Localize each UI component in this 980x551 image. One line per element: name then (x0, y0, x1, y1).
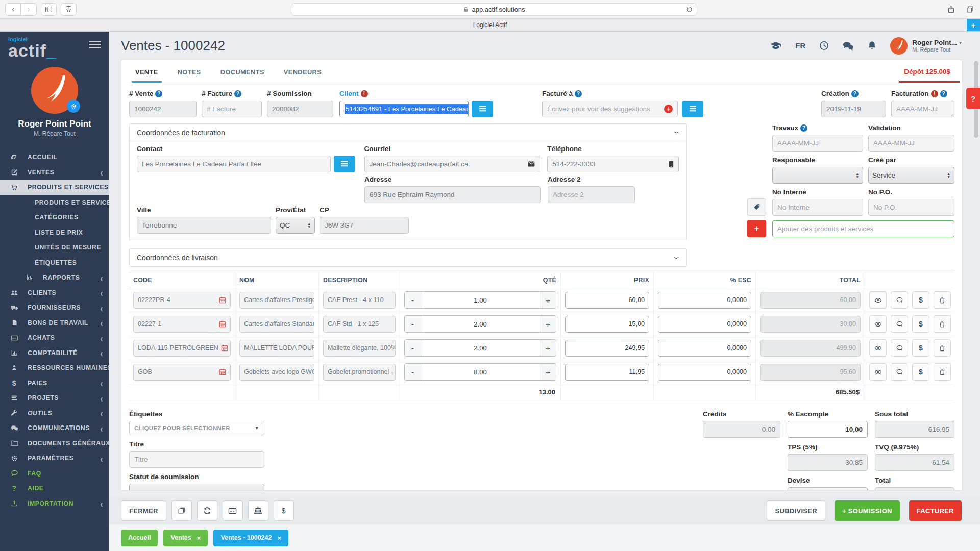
footer-tab-vente-1000242[interactable]: Ventes - 1000242× (213, 530, 288, 546)
sidebar-item-accueil[interactable]: ACCUEIL (0, 149, 109, 165)
ville-input[interactable]: Terrebonne (137, 217, 271, 234)
sidebar-toggle-button[interactable] (41, 3, 57, 16)
add-product-button[interactable]: + (747, 220, 766, 237)
code-input[interactable]: 02227PR-4 (133, 292, 231, 309)
hamburger-menu-icon[interactable] (89, 41, 101, 48)
deposit-badge[interactable]: Dépôt 125.00$ (899, 68, 960, 83)
footer-tab-ventes[interactable]: Ventes× (163, 530, 208, 546)
discount-input[interactable]: 0,0000 (658, 340, 751, 357)
sidebar-item-etiquettes[interactable]: ÉTIQUETTES (0, 255, 109, 270)
price-button[interactable]: $ (912, 339, 929, 357)
comment-button[interactable] (891, 315, 908, 333)
duplicate-button[interactable] (172, 500, 192, 521)
delete-button[interactable] (934, 363, 951, 381)
calendar-icon[interactable] (216, 296, 226, 304)
sidebar-item-projets[interactable]: PROJETS ‹ (0, 390, 109, 406)
sidebar-item-produits-et-services-sub[interactable]: PRODUITS ET SERVICES (0, 195, 109, 210)
delete-button[interactable] (934, 315, 951, 333)
courriel-input[interactable]: Jean-Charles@cadeauparfait.ca (364, 156, 541, 172)
calendar-icon[interactable] (216, 368, 226, 375)
price-input[interactable]: 15,00 (565, 316, 649, 333)
qty-minus-button[interactable]: - (405, 292, 421, 308)
contact-list-button[interactable] (334, 156, 355, 172)
comment-button[interactable] (891, 291, 908, 309)
discount-input[interactable]: 0,0000 (658, 364, 751, 381)
view-button[interactable] (869, 339, 887, 357)
comment-button[interactable] (891, 363, 908, 381)
language-toggle[interactable]: FR (795, 41, 805, 50)
add-product-input[interactable]: Ajouter des produits et services (772, 220, 954, 237)
description-input[interactable]: Gobelet promotionnel - Logo G (323, 364, 396, 381)
clock-icon[interactable] (819, 41, 829, 51)
qty-plus-button[interactable]: + (540, 364, 556, 380)
share-icon[interactable] (947, 6, 955, 13)
tabs-overview-icon[interactable] (966, 6, 974, 13)
sidebar-item-clients[interactable]: CLIENTS ‹ (0, 285, 109, 300)
fermer-button[interactable]: FERMER (121, 500, 166, 521)
statut-select[interactable]: ▲▼ (129, 484, 264, 491)
help-icon[interactable]: ? (800, 124, 807, 132)
titre-input[interactable]: Titre (129, 451, 264, 468)
sidebar-item-comptabilite[interactable]: COMPTABILITÉ ‹ (0, 345, 109, 361)
nom-input[interactable]: MALLETTE LODA POUR ORDIN (239, 340, 314, 357)
reload-icon[interactable] (686, 6, 693, 13)
facture-input[interactable]: # Facture (202, 101, 262, 117)
add-circle-icon[interactable]: + (664, 105, 673, 113)
description-input[interactable]: Mallette élégante, 100% cuir, 15 (323, 340, 396, 357)
sidebar-item-liste-de-prix[interactable]: LISTE DE PRIX (0, 225, 109, 240)
calendar-icon[interactable] (218, 344, 228, 352)
address-bar[interactable]: app.actif.solutions (291, 3, 697, 16)
new-tab-button[interactable]: + (967, 19, 980, 31)
code-input[interactable]: LODA-115-PETROLGREEN (133, 340, 231, 357)
prov-select[interactable]: QC▲▼ (276, 217, 315, 234)
responsable-select[interactable]: ▲▼ (772, 167, 863, 184)
nom-input[interactable]: Cartes d'affaires Standard - 1 p (239, 316, 314, 333)
help-icon[interactable]: ? (575, 90, 582, 97)
forward-button[interactable]: › (21, 3, 37, 16)
price-input[interactable]: 11,95 (565, 364, 649, 381)
tab-vendeurs[interactable]: VENDEURS (280, 68, 325, 83)
view-button[interactable] (869, 315, 887, 333)
view-button[interactable] (869, 363, 887, 381)
cp-input[interactable]: J6W 3G7 (320, 217, 409, 234)
bell-icon[interactable] (868, 41, 876, 51)
price-input[interactable]: 60,00 (565, 292, 649, 309)
avatar[interactable] (31, 67, 78, 114)
browser-tab-title[interactable]: Logiciel Actif (473, 21, 507, 29)
facture-a-list-button[interactable] (682, 101, 703, 117)
soumission-input[interactable]: 2000082 (267, 101, 333, 117)
qty-input[interactable]: 2.00 (421, 340, 540, 356)
help-icon[interactable]: ? (940, 90, 947, 97)
profile-settings-gear-icon[interactable] (67, 99, 80, 113)
qty-plus-button[interactable]: + (540, 340, 556, 356)
facturer-button[interactable]: FACTURER (909, 500, 962, 521)
escompte-input[interactable]: 10,00 (788, 421, 868, 438)
client-list-button[interactable] (472, 101, 493, 117)
discount-input[interactable]: 0,0000 (658, 292, 751, 309)
payment-card-button[interactable] (223, 500, 243, 521)
sidebar-item-bons-de-travail[interactable]: BONS DE TRAVAIL ‹ (0, 315, 109, 331)
user-menu[interactable]: Roger Point...▾ M. Répare Tout (890, 37, 962, 55)
bookmark-button[interactable] (61, 3, 77, 16)
qty-minus-button[interactable]: - (405, 340, 421, 356)
sidebar-item-parametres[interactable]: PARAMÈTRES ‹ (0, 450, 109, 466)
help-icon[interactable]: ? (234, 90, 241, 97)
code-input[interactable]: 02227-1 (133, 316, 231, 333)
graduation-cap-icon[interactable] (770, 41, 781, 50)
qty-plus-button[interactable]: + (540, 316, 556, 332)
sidebar-item-importation[interactable]: IMPORTATION ‹ (0, 496, 109, 511)
sidebar-item-ressources-humaines[interactable]: RESSOURCES HUMAINES ‹ (0, 360, 109, 375)
nom-input[interactable]: Gobelets avec logo GWQ (239, 364, 314, 381)
qty-minus-button[interactable]: - (405, 316, 421, 332)
facturation-input[interactable]: AAAA-MM-JJ (891, 101, 954, 117)
devise-select[interactable]: CAD▲▼ (788, 487, 868, 491)
tab-documents[interactable]: DOCUMENTS (217, 68, 268, 83)
refresh-button[interactable] (197, 500, 217, 521)
nom-input[interactable]: Cartes d'affaires Prestige - 4 pa (239, 292, 314, 309)
soumission-button[interactable]: + SOUMISSION (835, 500, 900, 521)
discount-input[interactable]: 0,0000 (658, 316, 751, 333)
tab-notes[interactable]: NOTES (174, 68, 205, 83)
contact-input[interactable]: Les Porcelaines Le Cadeau Parfait ltée (137, 156, 331, 172)
help-icon[interactable]: ? (155, 90, 162, 97)
sidebar-item-ventes[interactable]: VENTES ‹ (0, 165, 109, 180)
